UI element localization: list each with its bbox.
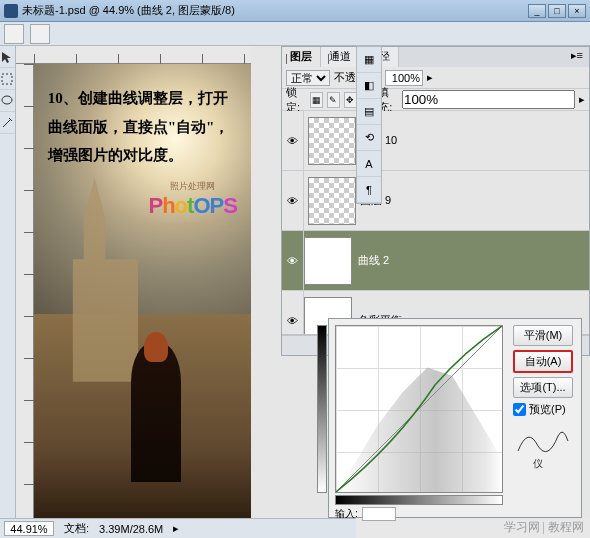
svg-line-6 xyxy=(336,326,502,492)
logo-brand: PhotOPS xyxy=(148,193,236,219)
layers-panel: 图层 通道 路径 ▸≡ 正常 不透明度: ▸ 锁定: ▦ ✎ ✥ 🔒 填充: ▸ xyxy=(281,46,590,356)
logo-url: www.photops.com xyxy=(148,219,236,228)
visibility-icon[interactable]: 👁 xyxy=(282,291,304,335)
layer-row[interactable]: 👁 图层 10 xyxy=(282,111,589,171)
window-titlebar: 未标题-1.psd @ 44.9% (曲线 2, 图层蒙版/8) _ □ × xyxy=(0,0,590,22)
status-arrow-icon[interactable]: ▸ xyxy=(173,522,179,535)
lock-label: 锁定: xyxy=(286,85,306,115)
tab-channels[interactable]: 通道 xyxy=(321,47,360,67)
text-icon[interactable]: A xyxy=(357,151,381,177)
layer-row[interactable]: 👁 图层 9 xyxy=(282,171,589,231)
palette-strip: ▦ ◧ ▤ ⟲ A ¶ xyxy=(356,46,382,204)
marquee-tool[interactable] xyxy=(0,68,15,90)
blend-mode-select[interactable]: 正常 xyxy=(286,70,330,86)
preview-checkbox-row[interactable]: 预览(P) xyxy=(513,402,573,417)
input-value[interactable] xyxy=(362,507,396,521)
tool-preset-icon[interactable] xyxy=(4,24,24,44)
preview-label: 预览(P) xyxy=(529,402,566,417)
close-button[interactable]: × xyxy=(568,4,586,18)
move-tool[interactable] xyxy=(0,46,15,68)
preview-checkbox[interactable] xyxy=(513,403,526,416)
fill-input[interactable] xyxy=(402,90,575,109)
color-icon[interactable]: ◧ xyxy=(357,73,381,99)
opacity-arrow-icon[interactable]: ▸ xyxy=(427,71,433,84)
maximize-button[interactable]: □ xyxy=(548,4,566,18)
layer-mask-thumbnail xyxy=(304,237,352,285)
doc-size: 3.39M/28.6M xyxy=(99,523,163,535)
zoom-input[interactable] xyxy=(4,521,54,536)
options-button[interactable]: 选项(T)... xyxy=(513,377,573,398)
app-icon xyxy=(4,4,18,18)
tab-layers[interactable]: 图层 xyxy=(282,47,321,67)
flatten-button[interactable]: 平滑(M) xyxy=(513,325,573,346)
horizontal-ruler xyxy=(16,46,251,64)
window-title: 未标题-1.psd @ 44.9% (曲线 2, 图层蒙版/8) xyxy=(22,3,235,18)
visibility-icon[interactable]: 👁 xyxy=(282,111,304,170)
curves-graph[interactable] xyxy=(335,325,503,493)
auto-button[interactable]: 自动(A) xyxy=(513,350,573,373)
layer-name: 曲线 2 xyxy=(358,253,589,268)
panel-menu-icon[interactable]: ▸≡ xyxy=(565,47,589,67)
document-window: 10、创建曲线调整层，打开曲线面版，直接点"自动"，增强图片的对比度。 照片处理… xyxy=(16,46,251,518)
opacity-input[interactable] xyxy=(385,70,423,86)
navigator-icon[interactable]: ▦ xyxy=(357,47,381,73)
layer-name: 图层 10 xyxy=(360,133,589,148)
layer-thumbnail xyxy=(308,117,356,165)
layer-row[interactable]: 👁 曲线 2 xyxy=(282,231,589,291)
status-bar: 文档: 3.39M/28.6M ▸ xyxy=(0,518,356,538)
svg-point-1 xyxy=(2,96,12,104)
brush-preset-icon[interactable] xyxy=(30,24,50,44)
watermark-logo: 照片处理网 PhotOPS www.photops.com xyxy=(148,180,236,228)
signature-icon: 仪 xyxy=(513,421,573,469)
figure-shape xyxy=(131,342,181,482)
lock-pixels-icon[interactable]: ✎ xyxy=(327,92,340,108)
options-bar xyxy=(0,22,590,46)
wand-tool[interactable] xyxy=(0,112,15,134)
layer-name: 图层 9 xyxy=(360,193,589,208)
curve-line xyxy=(336,326,502,492)
page-watermark: 学习网 | 教程网 xyxy=(504,519,584,536)
visibility-icon[interactable]: 👁 xyxy=(282,171,304,230)
output-gradient xyxy=(317,325,327,493)
visibility-icon[interactable]: 👁 xyxy=(282,231,304,290)
curves-dialog: 输入: 平滑(M) 自动(A) 选项(T)... 预览(P) 仪 xyxy=(328,318,582,518)
layer-list: 👁 图层 10 👁 图层 9 👁 曲线 2 👁 xyxy=(282,111,589,335)
doc-label: 文档: xyxy=(64,521,89,536)
svg-rect-0 xyxy=(2,74,12,84)
history-icon[interactable]: ⟲ xyxy=(357,125,381,151)
layer-thumbnail xyxy=(308,177,356,225)
input-gradient xyxy=(335,495,503,505)
lasso-tool[interactable] xyxy=(0,90,15,112)
minimize-button[interactable]: _ xyxy=(528,4,546,18)
vertical-ruler xyxy=(16,64,34,518)
logo-tagline: 照片处理网 xyxy=(148,180,236,193)
toolbox xyxy=(0,46,16,518)
fill-arrow-icon[interactable]: ▸ xyxy=(579,93,585,106)
paragraph-icon[interactable]: ¶ xyxy=(357,177,381,203)
svg-text:仪: 仪 xyxy=(533,458,543,469)
swatches-icon[interactable]: ▤ xyxy=(357,99,381,125)
lock-transparent-icon[interactable]: ▦ xyxy=(310,92,323,108)
tutorial-text: 10、创建曲线调整层，打开曲线面版，直接点"自动"，增强图片的对比度。 xyxy=(48,84,237,170)
canvas-image[interactable]: 10、创建曲线调整层，打开曲线面版，直接点"自动"，增强图片的对比度。 照片处理… xyxy=(34,64,251,518)
